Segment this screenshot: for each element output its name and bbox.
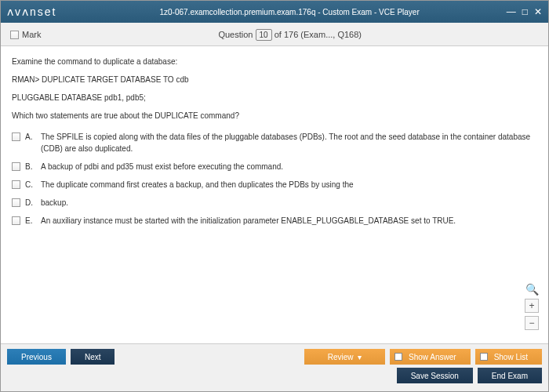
mark-area[interactable]: Mark <box>10 29 41 39</box>
footer-row-1: Previous Next Review ▾ Show Answer Show … <box>7 349 542 365</box>
zoom-in-button[interactable]: + <box>525 299 539 313</box>
checkbox-icon[interactable] <box>12 132 20 141</box>
zoom-out-button[interactable]: − <box>525 316 539 330</box>
option-letter: B. <box>25 161 36 172</box>
option-letter: E. <box>25 215 36 227</box>
checkbox-icon <box>394 353 402 361</box>
mark-checkbox[interactable] <box>10 31 19 39</box>
option-e[interactable]: E. An auxiliary instance must be started… <box>12 213 537 228</box>
footer-bar: Previous Next Review ▾ Show Answer Show … <box>1 343 548 391</box>
option-text: A backup of pdbi and pd35 must exist bef… <box>41 161 283 172</box>
checkbox-icon[interactable] <box>12 180 20 189</box>
intro-text: Examine the command to duplicate a datab… <box>12 56 537 67</box>
checkbox-icon <box>480 353 488 361</box>
title-bar: ᴧvᴧnset 1z0-067.examcollection.premium.e… <box>1 1 548 23</box>
window-controls: — □ ✕ <box>507 6 542 17</box>
question-of-text: of 176 (Exam..., Q168) <box>274 30 362 39</box>
maximize-icon[interactable]: □ <box>522 6 528 17</box>
magnifier-icon[interactable]: 🔍 <box>525 283 539 296</box>
checkbox-icon[interactable] <box>12 162 20 171</box>
show-list-button[interactable]: Show List <box>475 349 542 365</box>
options-list: A. The SPFILE is copied along with the d… <box>12 129 537 228</box>
question-number: 10 <box>256 29 272 41</box>
show-answer-button[interactable]: Show Answer <box>390 349 471 365</box>
command-line-1: RMAN> DUPLICATE TARGET DATABASE TO cdb <box>12 74 537 85</box>
close-icon[interactable]: ✕ <box>534 6 542 17</box>
app-logo: ᴧvᴧnset <box>7 5 56 18</box>
option-b[interactable]: B. A backup of pdbi and pd35 must exist … <box>12 159 537 174</box>
option-text: The duplicate command first creates a ba… <box>41 179 354 191</box>
option-c[interactable]: C. The duplicate command first creates a… <box>12 177 537 192</box>
question-prompt: Which two statements are true about the … <box>12 110 537 122</box>
command-line-2: PLUGGABLE DATABASE pdb1, pdb5; <box>12 92 537 103</box>
checkbox-icon[interactable] <box>12 216 20 225</box>
option-letter: A. <box>25 131 36 143</box>
window-title: 1z0-067.examcollection.premium.exam.176q… <box>72 8 506 16</box>
option-d[interactable]: D. backup. <box>12 195 537 210</box>
zoom-controls: 🔍 + − <box>525 283 539 330</box>
review-button[interactable]: Review ▾ <box>304 349 385 365</box>
save-session-button[interactable]: Save Session <box>397 368 473 383</box>
option-text: An auxiliary instance must be started wi… <box>41 215 456 227</box>
footer-row-2: Save Session End Exam <box>7 368 542 383</box>
next-button[interactable]: Next <box>71 349 115 365</box>
minimize-icon[interactable]: — <box>507 6 516 17</box>
previous-button[interactable]: Previous <box>7 349 66 365</box>
option-text: The SPFILE is copied along with the data… <box>41 131 537 154</box>
mark-label: Mark <box>22 30 41 39</box>
question-info: Question 10 of 176 (Exam..., Q168) <box>41 30 539 39</box>
question-content: Examine the command to duplicate a datab… <box>1 46 548 328</box>
end-exam-button[interactable]: End Exam <box>478 368 542 383</box>
checkbox-icon[interactable] <box>12 198 20 207</box>
option-text: backup. <box>41 197 68 209</box>
question-header: Mark Question 10 of 176 (Exam..., Q168) <box>1 23 548 46</box>
option-a[interactable]: A. The SPFILE is copied along with the d… <box>12 129 537 156</box>
option-letter: D. <box>25 197 36 209</box>
option-letter: C. <box>25 179 36 191</box>
question-word: Question <box>218 30 253 39</box>
